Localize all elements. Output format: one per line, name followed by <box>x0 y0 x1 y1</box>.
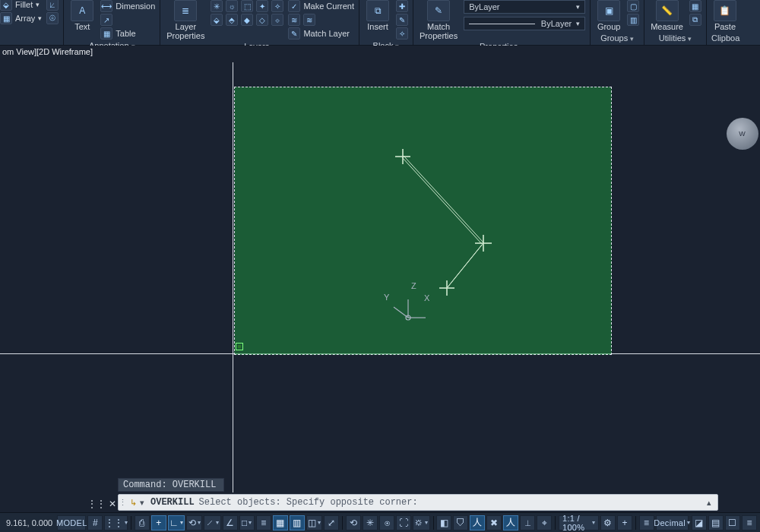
grid-toggle[interactable]: # <box>87 515 103 530</box>
layer-misc-b[interactable]: ≋ <box>303 14 315 26</box>
layer-state-g[interactable]: ⬘ <box>226 14 238 26</box>
dyn-input-toggle[interactable]: + <box>151 515 166 530</box>
isodraft-toggle[interactable]: ⟋▾ <box>204 515 220 530</box>
group-edit-icon[interactable]: ▥ <box>627 14 639 26</box>
3dosnap-toggle[interactable]: ◫▾ <box>306 515 323 530</box>
text-button[interactable]: A Text <box>68 0 96 31</box>
array-icon: ▦ <box>0 12 12 24</box>
paste-icon: 📋 <box>714 0 736 21</box>
modify-sub1[interactable]: ⟀ <box>46 0 59 11</box>
layer-state-a[interactable]: ✳ <box>211 0 223 12</box>
dimension-button[interactable]: ⟷ Dimension <box>100 0 155 12</box>
status-p6[interactable]: ⟂ <box>520 515 535 530</box>
group-button[interactable]: ▣ Group <box>595 0 622 31</box>
layer-state-h[interactable]: ◆ <box>241 14 253 26</box>
model-space-button[interactable]: MODEL <box>57 515 86 530</box>
status-gear[interactable]: ⚙ <box>600 515 616 530</box>
otrack-toggle[interactable]: ∠ <box>223 515 238 530</box>
utilities-panel-title[interactable]: Utilities▾ <box>649 32 701 45</box>
text-icon: A <box>71 0 93 21</box>
command-expand-icon[interactable]: ▴ <box>701 498 717 508</box>
array-button[interactable]: ▦ Array ▾ <box>0 12 42 24</box>
array-label: Array <box>15 14 35 23</box>
status-p1[interactable]: ◧ <box>436 515 451 530</box>
ucs-y-label: Y <box>384 293 390 302</box>
status-p3[interactable]: 人 <box>470 515 485 530</box>
ann-visibility-toggle[interactable]: ⍟ <box>379 515 394 530</box>
xref-toggle[interactable]: ⛶ <box>396 515 411 530</box>
modify-sub2[interactable]: ⦾ <box>46 12 59 24</box>
status-p7[interactable]: ⌖ <box>537 515 552 530</box>
quick-props-toggle[interactable]: ⤢ <box>324 515 339 530</box>
polar-toggle[interactable]: ⟲▾ <box>186 515 202 530</box>
command-text[interactable]: OVERKILL Select objects: Specify opposit… <box>150 497 701 508</box>
ungroup-icon[interactable]: ▢ <box>627 0 639 12</box>
2dosnap-toggle[interactable]: □▾ <box>239 515 255 530</box>
layer-state-f[interactable]: ⬙ <box>211 14 223 26</box>
layer-state-j[interactable]: ⟐ <box>271 14 283 26</box>
lineweight-toggle[interactable]: ≡ <box>256 515 271 530</box>
command-line-grip[interactable]: ⋮ <box>119 498 126 508</box>
annoscale-toggle[interactable]: ⟲ <box>346 515 361 530</box>
measure-button[interactable]: 📏 Measure <box>649 0 685 31</box>
block-edit-icon[interactable]: ✎ <box>396 14 408 26</box>
make-current-button[interactable]: ✓ Make Current <box>288 0 354 12</box>
layer-state-d[interactable]: ✦ <box>256 0 268 12</box>
util-b-icon[interactable]: ⧉ <box>689 14 701 26</box>
util-a-icon[interactable]: ▦ <box>689 0 701 12</box>
status-d3[interactable]: ☐ <box>725 515 740 530</box>
layer-state-i[interactable]: ◇ <box>256 14 268 26</box>
layer-properties-button[interactable]: ≣ Layer Properties <box>165 0 206 40</box>
svg-line-2 <box>448 243 483 287</box>
color-select[interactable]: ByLayer▾ <box>464 0 585 14</box>
status-p4[interactable]: ✖ <box>486 515 502 530</box>
viewcube[interactable]: W <box>727 118 758 150</box>
clipboard-panel-title[interactable]: Clipboa <box>711 32 739 45</box>
view-scale[interactable]: 1:1 / 100%▾ <box>559 515 599 530</box>
block-create-icon[interactable]: ✚ <box>396 0 408 12</box>
layer-misc-a[interactable]: ≋ <box>288 14 300 26</box>
status-p5[interactable]: 人 <box>503 515 518 530</box>
crosshair-vertical <box>233 62 233 492</box>
command-dropdown-icon[interactable]: ▾ <box>140 498 150 508</box>
units-readout[interactable]: Decimal▾ <box>656 515 689 530</box>
status-d4[interactable]: ≡ <box>742 515 757 530</box>
status-p8[interactable]: ≡ <box>639 515 654 530</box>
command-line[interactable]: ⋮ ↳ ▾ OVERKILL Select objects: Specify o… <box>118 494 718 511</box>
transparency-toggle[interactable]: ▦ <box>273 515 288 530</box>
layer-state-b[interactable]: ☼ <box>226 0 238 12</box>
fillet-button[interactable]: ⬙ Fillet ▾ <box>0 0 42 11</box>
infer-toggle[interactable]: ⎙ <box>135 515 150 530</box>
layer-state-c[interactable]: ⬚ <box>241 0 253 12</box>
coordinates-readout[interactable]: 9.161, 0.000 <box>3 518 55 527</box>
match-layer-icon: ✎ <box>288 27 300 40</box>
ortho-toggle[interactable]: ∟▾ <box>168 515 185 530</box>
selection-cycle-toggle[interactable]: ▥ <box>290 515 305 530</box>
block-attr-icon[interactable]: ✧ <box>396 27 408 40</box>
snap-toggle[interactable]: ⋮⋮▾ <box>104 515 128 530</box>
command-history: Command: OVERKILL <box>118 478 224 492</box>
command-recent-icon[interactable]: ↳ <box>126 498 140 508</box>
view-label[interactable]: om View][2D Wireframe] <box>0 46 95 58</box>
drawing-viewport[interactable]: om View][2D Wireframe] X Z Y W <box>0 46 760 492</box>
cmd-close-icon[interactable]: ✕ <box>109 499 116 509</box>
table-button[interactable]: ▦ Table <box>100 27 155 40</box>
leader-button[interactable]: ↗ <box>100 14 155 26</box>
workspace-switch[interactable]: ⛭▾ <box>413 515 429 530</box>
match-layer-button[interactable]: ✎ Match Layer <box>288 27 354 40</box>
zoom-plus[interactable]: + <box>617 515 632 530</box>
groups-panel-title[interactable]: Groups▾ <box>595 32 639 45</box>
status-p2[interactable]: ⛉ <box>453 515 468 530</box>
drawing-geometry: X Z Y <box>0 46 760 492</box>
cmd-handle-icon[interactable]: ⋮⋮ <box>87 499 106 509</box>
measure-icon: 📏 <box>656 0 679 21</box>
ann-monitor-toggle[interactable]: ✳ <box>363 515 378 530</box>
paste-button[interactable]: 📋 Paste <box>711 0 739 31</box>
status-d1[interactable]: ◪ <box>692 515 707 530</box>
match-properties-button[interactable]: ✎ Match Properties <box>418 0 459 40</box>
linetype-select[interactable]: ByLayer ▾ <box>464 17 585 30</box>
leader-icon: ↗ <box>100 14 112 26</box>
layer-state-e[interactable]: ✧ <box>271 0 283 12</box>
status-d2[interactable]: ▤ <box>708 515 724 530</box>
insert-button[interactable]: ⧉ Insert <box>364 0 391 31</box>
